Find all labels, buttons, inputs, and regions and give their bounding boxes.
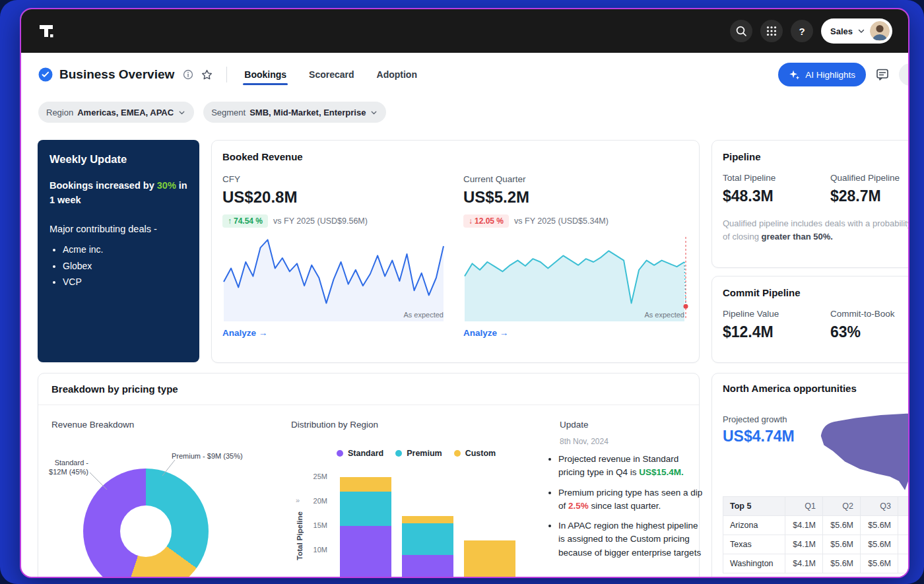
bar-segment-standard <box>340 526 391 578</box>
workspace-switcher[interactable]: Sales <box>821 18 892 44</box>
brand-logo[interactable] <box>37 22 55 40</box>
current-quarter-delta-row: ↓12.05 % vs FY 2025 (USD$5.34M) <box>463 214 688 228</box>
update-bullet: In APAC region the highest pipeline is a… <box>558 519 706 560</box>
legend-dot <box>395 450 402 457</box>
current-quarter-analyze-link[interactable]: Analyze → <box>463 328 508 338</box>
current-quarter-label: Current Quarter <box>463 174 688 184</box>
cfy-annotation: As expected <box>403 311 444 319</box>
page-title: Business Overview <box>59 67 174 82</box>
bar-segment-premium <box>402 523 453 555</box>
clipped-edge-button[interactable] <box>899 63 909 86</box>
current-quarter-trend-chart[interactable]: As expected <box>463 234 688 321</box>
current-quarter-comparison: vs FY 2025 (USD$5.34M) <box>514 216 609 226</box>
cfy-analyze-link[interactable]: Analyze → <box>222 328 267 338</box>
search-icon <box>735 24 748 38</box>
region-filter[interactable]: Region Americas, EMEA, APAC <box>38 102 194 123</box>
total-pipeline-metric: Total Pipeline $48.3M <box>723 173 830 205</box>
table-row[interactable]: Arizona $4.1M $5.6M $5.6M <box>723 516 910 535</box>
favorite-button[interactable] <box>201 69 213 81</box>
pricing-breakdown-header: Breakdown by pricing type <box>38 373 699 405</box>
help-icon: ? <box>799 26 805 37</box>
distribution-legend: Standard Premium Custom <box>337 449 496 458</box>
qualified-pipeline-value: $28.7M <box>830 187 909 205</box>
search-button[interactable] <box>730 20 752 42</box>
verified-badge-icon <box>38 67 53 82</box>
deal-item: Globex <box>63 258 187 275</box>
header-divider <box>226 67 227 82</box>
comments-button[interactable] <box>875 67 890 82</box>
total-pipeline-label: Total Pipeline <box>723 173 830 183</box>
filter-bar: Region Americas, EMEA, APAC Segment SMB,… <box>38 102 386 123</box>
y-axis-label: Total Pipeline <box>296 496 304 575</box>
stacked-bar[interactable] <box>402 516 453 578</box>
cfy-trend-chart[interactable]: As expected <box>222 234 447 321</box>
apps-grid-button[interactable] <box>760 20 783 42</box>
tab-bookings[interactable]: Bookings <box>243 55 288 94</box>
page-header: Business Overview Bookings Scorecard Ado… <box>21 53 908 96</box>
logo-glyph-icon <box>37 22 55 40</box>
help-button[interactable]: ? <box>791 20 813 42</box>
segment-filter-label: Segment <box>211 108 246 117</box>
pricing-breakdown-card: Breakdown by pricing type Revenue Breakd… <box>38 373 700 578</box>
bar-segment-premium <box>340 492 391 526</box>
legend-item-premium[interactable]: Premium <box>395 449 442 458</box>
premium-slice-label: Premium - $9M (35%) <box>172 451 243 461</box>
negative-highlight: 2.5% <box>568 501 589 511</box>
region-filter-label: Region <box>46 108 73 117</box>
total-pipeline-value: $48.3M <box>723 187 830 205</box>
pipeline-title: Pipeline <box>723 151 909 162</box>
us-map[interactable] <box>816 404 909 503</box>
table-row[interactable]: Texas $4.1M $5.6M $5.6M <box>723 535 910 554</box>
standard-slice-label: Standard - $12M (45%) <box>38 458 88 477</box>
update-bullet: Projected revenue in Standard pricing ty… <box>558 453 706 480</box>
segment-filter-value: SMB, Mid-Market, Enterprise <box>249 108 366 117</box>
pipeline-card: Pipeline Total Pipeline $48.3M Qualified… <box>711 140 909 268</box>
tab-adoption[interactable]: Adoption <box>376 55 418 94</box>
y-tick: 10M <box>300 546 327 554</box>
chevron-down-icon <box>857 26 866 36</box>
ai-highlights-button[interactable]: AI Highlights <box>778 63 866 86</box>
legend-item-custom[interactable]: Custom <box>454 449 496 458</box>
pricing-breakdown-title: Breakdown by pricing type <box>51 383 686 395</box>
revenue-breakdown-subtitle: Revenue Breakdown <box>51 420 134 430</box>
col-clipped <box>898 497 910 516</box>
info-button[interactable] <box>182 69 194 81</box>
booked-revenue-card: Booked Revenue CFY US$20.8M ↑74.54 % vs … <box>211 140 700 363</box>
projected-growth-label: Projected growth <box>723 414 787 424</box>
table-header-row: Top 5 Q1 Q2 Q3 <box>723 497 910 516</box>
legend-dot <box>337 450 343 457</box>
stacked-bar[interactable] <box>464 540 515 578</box>
chevron-down-icon <box>178 108 186 117</box>
qualified-pipeline-metric: Qualified Pipeline $28.7M <box>830 173 909 205</box>
bar-segment-custom <box>402 516 453 523</box>
workspace-label: Sales <box>830 26 853 36</box>
deal-list: Acme inc. Globex VCP <box>50 242 187 290</box>
navbar-actions: ? Sales <box>730 18 892 44</box>
commit-pipeline-card: Commit Pipeline Pipeline Value $12.4M Co… <box>711 276 909 363</box>
chevron-down-icon <box>370 108 378 117</box>
current-quarter-annotation: As expected <box>644 311 684 319</box>
revenue-breakdown-donut-chart[interactable] <box>83 469 209 578</box>
weekly-update-card: Weekly Update Bookings increased by 30% … <box>38 140 199 362</box>
col-q1: Q1 <box>785 497 823 516</box>
bar-segment-custom <box>464 540 515 578</box>
ai-highlights-label: AI Highlights <box>805 70 855 80</box>
pipeline-value-label: Pipeline Value <box>723 309 830 319</box>
star-icon <box>201 69 213 81</box>
update-subtitle: Update <box>560 420 589 430</box>
commit-to-book-metric: Commit-to-Book 63% <box>830 309 909 341</box>
booked-revenue-title: Booked Revenue <box>222 151 688 162</box>
legend-item-standard[interactable]: Standard <box>337 449 383 458</box>
weekly-update-highlight: 30% <box>157 180 176 191</box>
projected-growth-value: US$4.74M <box>723 428 795 445</box>
tab-scorecard[interactable]: Scorecard <box>308 55 355 94</box>
arrow-up-icon: ↑ <box>228 216 232 226</box>
weekly-update-subhead: Major contributing deals - <box>50 222 187 237</box>
segment-filter[interactable]: Segment SMB, Mid-Market, Enterprise <box>203 102 386 123</box>
stacked-bar[interactable] <box>340 477 391 578</box>
distribution-stacked-bar-chart[interactable] <box>340 477 515 578</box>
app-window: ? Sales <box>20 8 909 578</box>
y-tick: 25M <box>300 472 327 480</box>
table-row[interactable]: Washington $4.1M $5.6M $5.6M <box>723 554 910 573</box>
deal-item: Acme inc. <box>63 242 187 258</box>
